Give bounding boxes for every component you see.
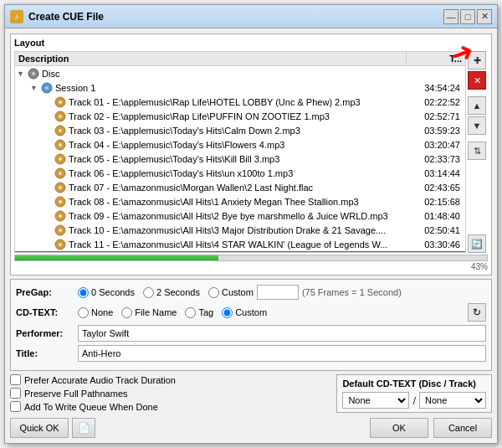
tree-item-icon xyxy=(54,96,67,108)
tree-row[interactable]: Track 09 - E:\amazonmusic\All Hits\2 Bye… xyxy=(15,209,465,223)
tree-row[interactable]: Track 01 - E:\applemusic\Rap Life\HOTEL … xyxy=(15,95,465,109)
tree-item-time: 03:30:46 xyxy=(405,239,464,250)
tree-row[interactable]: Track 04 - E:\applemusic\Today's Hits\Fl… xyxy=(15,137,465,152)
cdtext-none-label: None xyxy=(91,307,113,317)
checkboxes-group: Prefer Accurate Audio Track Duration Pre… xyxy=(10,374,331,413)
action-buttons: Quick OK 📄 OK Cancel xyxy=(10,418,492,438)
tree-row[interactable]: Track 10 - E:\amazonmusic\All Hits\3 Maj… xyxy=(15,223,465,237)
main-content: Layout Description T... ▼Disc▼Session 13… xyxy=(5,28,497,443)
script-button[interactable]: 📄 xyxy=(72,418,95,438)
performer-label: Performer: xyxy=(16,328,74,338)
refresh-tree-button[interactable]: 🔄 xyxy=(468,234,486,253)
tree-row[interactable]: Track 05 - E:\applemusic\Today's Hits\Ki… xyxy=(15,152,465,166)
disc-cdtext-select[interactable]: None Performer Title Custom xyxy=(342,392,409,409)
add-button[interactable]: ✚ xyxy=(468,51,486,70)
svg-point-7 xyxy=(59,115,62,118)
cancel-button[interactable]: Cancel xyxy=(433,418,492,438)
layout-label: Layout xyxy=(14,38,488,48)
pregap-2sec-label: 2 Seconds xyxy=(156,287,200,297)
tree-row-content: Track 10 - E:\amazonmusic\All Hits\3 Maj… xyxy=(17,224,405,236)
tree-row[interactable]: Track 12 - E:\amazonmusic\All Hits\5 Ant… xyxy=(15,251,465,253)
pregap-0sec-label: 0 Seconds xyxy=(91,287,135,297)
tree-item-text: Track 06 - E:\applemusic\Today's Hits\un… xyxy=(69,168,405,178)
pregap-radio-group: 0 Seconds 2 Seconds Custom xyxy=(78,287,254,298)
quick-ok-button[interactable]: Quick OK xyxy=(10,418,69,438)
tree-row-content: Track 02 - E:\applemusic\Rap Life\PUFFIN… xyxy=(17,111,405,122)
tree-item-icon xyxy=(54,139,67,151)
svg-point-11 xyxy=(59,143,62,147)
expand-arrow-icon[interactable]: ▼ xyxy=(17,70,27,78)
tree-item-text: Track 11 - E:\amazonmusic\All Hits\4 STA… xyxy=(69,239,405,250)
move-up-button[interactable]: ▲ xyxy=(468,96,486,115)
default-cdtext-group: Default CD-TEXT (Disc / Track) None Perf… xyxy=(336,374,492,413)
cdtext-label: CD-TEXT: xyxy=(16,307,74,317)
cdtext-tag[interactable]: Tag xyxy=(185,307,213,318)
svg-point-5 xyxy=(59,100,62,104)
ok-button[interactable]: OK xyxy=(370,418,428,438)
tree-row[interactable]: ▼Disc xyxy=(15,66,465,80)
tree-row-content: Track 03 - E:\applemusic\Today's Hits\Ca… xyxy=(17,125,405,136)
svg-point-15 xyxy=(59,172,62,175)
tree-item-time: 02:50:41 xyxy=(405,225,464,235)
pregap-row: PreGap: 0 Seconds 2 Seconds Custom xyxy=(16,285,486,300)
svg-point-3 xyxy=(45,86,49,90)
svg-point-21 xyxy=(59,214,62,218)
tree-item-text: Track 04 - E:\applemusic\Today's Hits\Fl… xyxy=(69,140,405,150)
tree-row[interactable]: Track 08 - E:\amazonmusic\All Hits\1 Anx… xyxy=(15,194,465,209)
frames-input[interactable] xyxy=(257,285,299,300)
tree-item-time: 02:22:52 xyxy=(405,97,464,107)
performer-input[interactable] xyxy=(78,325,486,342)
title-input[interactable] xyxy=(78,345,486,362)
tree-row[interactable]: Track 11 - E:\amazonmusic\All Hits\4 STA… xyxy=(15,237,465,251)
cdtext-refresh-button[interactable]: ↻ xyxy=(468,303,486,322)
swap-button[interactable]: ⇅ xyxy=(468,142,486,160)
tree-item-text: Track 10 - E:\amazonmusic\All Hits\3 Maj… xyxy=(69,225,405,235)
tree-item-icon xyxy=(54,253,67,254)
left-buttons: Quick OK 📄 xyxy=(10,418,95,438)
tree-item-time: 02:15:68 xyxy=(405,197,464,207)
tree-item-icon xyxy=(54,239,67,250)
tree-row-content: Track 07 - E:\amazonmusic\Morgan Wallen\… xyxy=(17,182,405,193)
svg-point-13 xyxy=(59,157,62,161)
tree-item-icon xyxy=(54,125,67,136)
pregap-0sec[interactable]: 0 Seconds xyxy=(78,287,135,298)
cdtext-custom-label: Custom xyxy=(235,307,267,317)
tree-row[interactable]: Track 06 - E:\applemusic\Today's Hits\un… xyxy=(15,166,465,180)
tree-item-icon xyxy=(40,82,54,94)
close-button[interactable]: ✕ xyxy=(477,9,492,24)
cdtext-selects-row: None Performer Title Custom / None Perfo… xyxy=(342,392,486,409)
accurate-duration-checkbox[interactable]: Prefer Accurate Audio Track Duration xyxy=(10,374,331,385)
expand-arrow-icon[interactable]: ▼ xyxy=(30,84,40,92)
tree-row[interactable]: ▼Session 134:54:24 xyxy=(15,80,465,95)
title-label: Title: xyxy=(16,348,74,358)
tree-item-time: 02:43:65 xyxy=(405,183,464,193)
track-cdtext-select[interactable]: None Performer Title Custom xyxy=(419,392,486,409)
tree-item-text: Track 03 - E:\applemusic\Today's Hits\Ca… xyxy=(69,126,405,136)
pregap-2sec[interactable]: 2 Seconds xyxy=(143,287,200,298)
write-queue-label: Add To Write Queue When Done xyxy=(24,402,158,412)
progress-bar-container xyxy=(14,255,488,261)
remove-button[interactable]: ✕ xyxy=(468,71,486,90)
tree-row[interactable]: Track 03 - E:\applemusic\Today's Hits\Ca… xyxy=(15,123,465,137)
svg-point-9 xyxy=(59,129,62,132)
minimize-button[interactable]: — xyxy=(443,9,458,24)
cdtext-row: CD-TEXT: None File Name Tag xyxy=(16,303,486,322)
right-buttons: OK Cancel xyxy=(370,418,492,438)
cdtext-none[interactable]: None xyxy=(78,307,113,318)
cdtext-filename[interactable]: File Name xyxy=(121,307,177,318)
layout-group: Layout Description T... ▼Disc▼Session 13… xyxy=(10,33,492,275)
pregap-custom-label: Custom xyxy=(222,287,254,297)
layout-body: Description T... ▼Disc▼Session 134:54:24… xyxy=(14,51,488,253)
pregap-custom[interactable]: Custom xyxy=(208,287,254,298)
move-down-button[interactable]: ▼ xyxy=(468,116,486,135)
tree-row[interactable]: Track 07 - E:\amazonmusic\Morgan Wallen\… xyxy=(15,180,465,194)
write-queue-checkbox[interactable]: Add To Write Queue When Done xyxy=(10,401,331,412)
full-pathnames-checkbox[interactable]: Preserve Full Pathnames xyxy=(10,388,331,399)
cdtext-custom[interactable]: Custom xyxy=(222,307,267,318)
file-tree[interactable]: Description T... ▼Disc▼Session 134:54:24… xyxy=(14,51,466,253)
tree-item-text: Session 1 xyxy=(55,83,405,93)
maximize-button[interactable]: □ xyxy=(460,9,475,24)
tree-row-content: Track 04 - E:\applemusic\Today's Hits\Fl… xyxy=(17,139,405,151)
tree-row[interactable]: Track 02 - E:\applemusic\Rap Life\PUFFIN… xyxy=(15,109,465,123)
tree-item-time: 03:14:44 xyxy=(405,168,464,178)
